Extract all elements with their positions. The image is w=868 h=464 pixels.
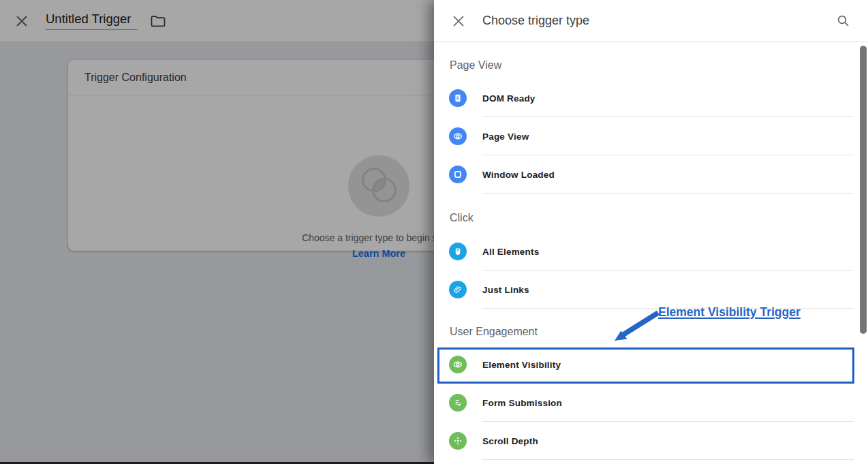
scroll-move-icon — [449, 432, 467, 450]
annotation-label: Element Visibility Trigger — [658, 305, 801, 320]
trigger-type-window-loaded[interactable]: Window Loaded — [434, 155, 868, 194]
eye-icon — [449, 356, 467, 373]
trigger-type-scroll-depth[interactable]: Scroll Depth — [434, 422, 868, 460]
mouse-icon — [449, 243, 467, 260]
panel-header: Choose trigger type — [434, 0, 868, 42]
trigger-type-label: Element Visibility — [482, 360, 561, 370]
eye-icon — [449, 127, 467, 145]
gtm-trigger-screen: Untitled Trigger Trigger Configuration C… — [0, 0, 868, 464]
close-icon[interactable] — [452, 15, 465, 27]
paperclip-icon — [449, 281, 467, 298]
document-icon — [449, 89, 467, 107]
trigger-type-all-elements[interactable]: All Elements — [434, 232, 868, 270]
trigger-type-dom-ready[interactable]: DOM Ready — [434, 79, 868, 117]
section-header-click: Click — [434, 194, 868, 232]
panel-title: Choose trigger type — [482, 14, 589, 28]
arrow-down-left-icon — [605, 308, 666, 346]
trigger-type-just-links[interactable]: Just Links — [434, 270, 868, 309]
panel-scrollbar-thumb[interactable] — [860, 46, 867, 334]
search-icon[interactable] — [837, 14, 850, 27]
section-header-page-view: Page View — [434, 42, 868, 79]
trigger-type-label: DOM Ready — [482, 93, 536, 104]
trigger-type-label: Form Submission — [482, 398, 562, 408]
trigger-type-label: All Elements — [482, 247, 539, 257]
trigger-type-label: Scroll Depth — [482, 436, 538, 446]
trigger-type-form-submission[interactable]: Form Submission — [434, 384, 868, 422]
trigger-type-element-visibility[interactable]: Element Visibility — [434, 345, 868, 384]
trigger-type-label: Just Links — [482, 285, 529, 295]
trigger-type-label: Page View — [482, 132, 529, 142]
form-check-icon — [449, 394, 467, 412]
window-icon — [449, 166, 467, 183]
choose-trigger-type-panel: Choose trigger type Page View DOM Ready — [434, 0, 868, 464]
trigger-type-label: Window Loaded — [482, 170, 555, 180]
trigger-type-page-view[interactable]: Page View — [434, 117, 868, 155]
